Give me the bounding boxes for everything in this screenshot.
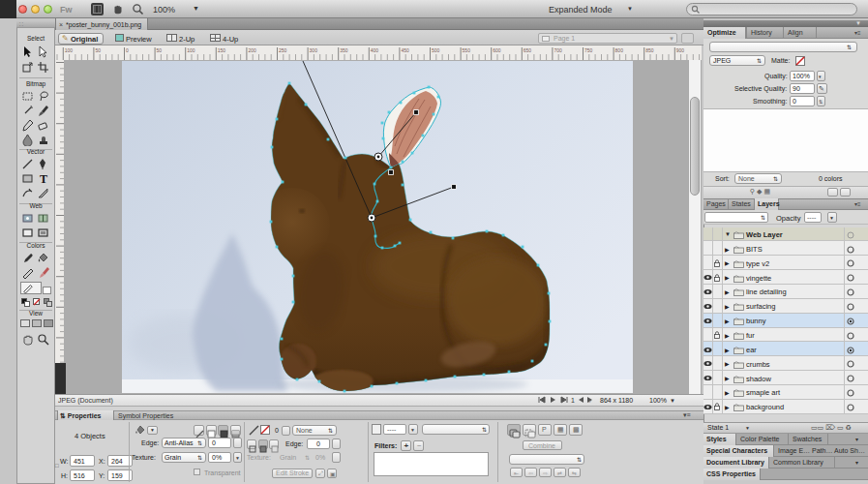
svg-text:650: 650: [524, 47, 532, 53]
svg-text:600: 600: [493, 47, 501, 53]
svg-text:0: 0: [126, 47, 129, 53]
svg-text:550: 550: [463, 47, 471, 53]
svg-text:50: 50: [95, 47, 101, 53]
svg-text:150: 150: [218, 47, 226, 53]
svg-text:250: 250: [279, 47, 287, 53]
svg-text:350: 350: [340, 47, 348, 53]
svg-text:900: 900: [676, 47, 685, 53]
svg-text:200: 200: [248, 47, 256, 53]
svg-text:50: 50: [157, 47, 163, 53]
svg-text:750: 750: [584, 47, 593, 53]
svg-text:700: 700: [554, 47, 562, 53]
svg-text:850: 850: [645, 47, 654, 53]
svg-text:100: 100: [187, 47, 195, 53]
svg-text:450: 450: [401, 47, 409, 53]
svg-text:T: T: [40, 172, 47, 185]
svg-text:100: 100: [65, 47, 74, 53]
svg-text:500: 500: [432, 47, 440, 53]
svg-text:300: 300: [310, 47, 318, 53]
svg-text:400: 400: [371, 47, 379, 53]
svg-text:800: 800: [615, 47, 624, 53]
